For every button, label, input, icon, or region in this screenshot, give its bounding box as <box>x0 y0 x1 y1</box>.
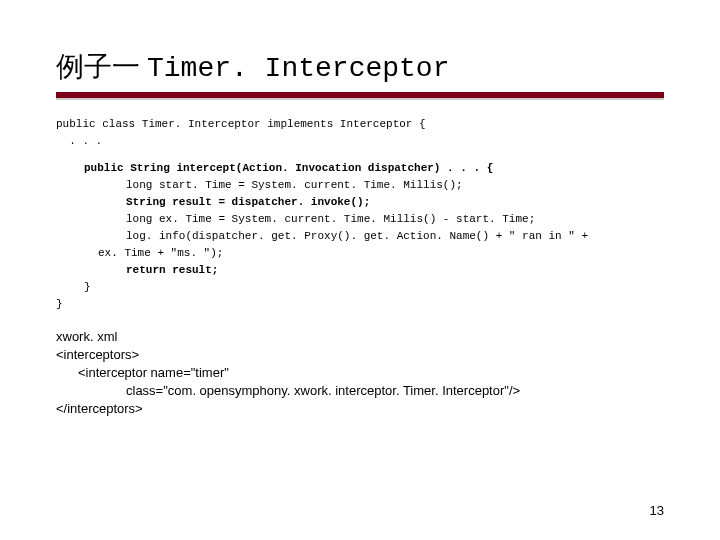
slide: 例子一 Timer. Interceptor public class Time… <box>0 0 720 540</box>
code-line: long start. Time = System. current. Time… <box>56 177 664 194</box>
code-line: long ex. Time = System. current. Time. M… <box>56 211 664 228</box>
code-line: ex. Time + "ms. "); <box>56 245 664 262</box>
xml-line: class="com. opensymphony. xwork. interce… <box>56 382 664 400</box>
slide-title: 例子一 Timer. Interceptor <box>56 48 664 86</box>
title-mono: Timer. Interceptor <box>147 53 449 84</box>
xml-line: </interceptors> <box>56 401 143 416</box>
code-block: public class Timer. Interceptor implemen… <box>56 116 664 314</box>
xml-line: <interceptor name="timer" <box>56 364 664 382</box>
code-line: } <box>56 279 664 296</box>
title-block: 例子一 Timer. Interceptor <box>56 48 664 98</box>
code-line: return result; <box>56 262 664 279</box>
code-line: } <box>56 296 664 313</box>
title-underline <box>56 92 664 98</box>
title-cn: 例子一 <box>56 51 147 82</box>
code-line: String result = dispatcher. invoke(); <box>56 194 664 211</box>
xml-line: <interceptors> <box>56 347 139 362</box>
code-line: public String intercept(Action. Invocati… <box>56 160 664 177</box>
xml-line: xwork. xml <box>56 329 117 344</box>
code-line: log. info(dispatcher. get. Proxy(). get.… <box>56 228 664 245</box>
page-number: 13 <box>650 503 664 518</box>
code-line: public class Timer. Interceptor implemen… <box>56 116 664 133</box>
xml-block: xwork. xml <interceptors> <interceptor n… <box>56 328 664 419</box>
code-line: . . . <box>56 133 664 150</box>
